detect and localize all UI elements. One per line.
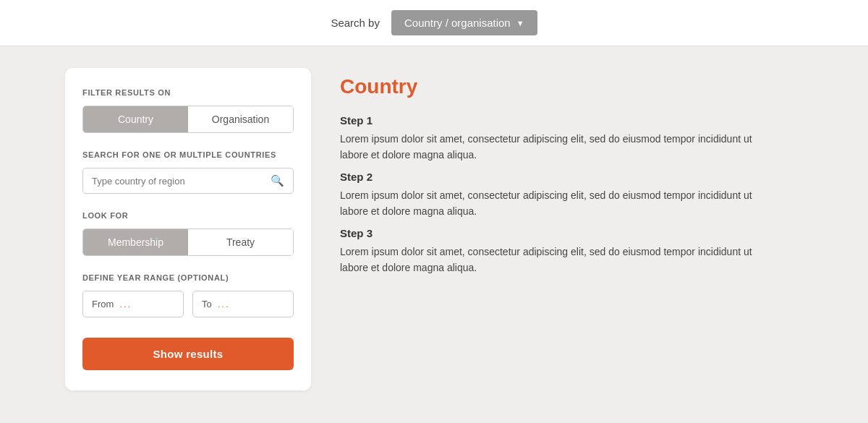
step-2-text: Lorem ipsum dolor sit amet, consectetur … (340, 187, 774, 220)
step-1-title: Step 1 (340, 114, 774, 127)
to-dots: ... (218, 299, 230, 309)
look-for-toggle: Membership Treaty (82, 228, 294, 256)
search-input[interactable] (92, 176, 265, 187)
to-input-box: To ... (192, 291, 294, 317)
look-for-section: LOOK FOR Membership Treaty (82, 211, 294, 256)
toggle-treaty-button[interactable]: Treaty (188, 229, 293, 255)
year-range-label: DEFINE YEAR RANGE (OPTIONAL) (82, 273, 294, 282)
from-dots: ... (119, 299, 132, 309)
step-3-title: Step 3 (340, 227, 774, 239)
toggle-country-button[interactable]: Country (83, 106, 188, 132)
country-search-section: SEARCH FOR ONE OR MULTIPLE COUNTRIES 🔍 (82, 150, 294, 194)
chevron-down-icon: ▼ (516, 19, 524, 27)
step-2-title: Step 2 (340, 171, 774, 183)
look-for-label: LOOK FOR (82, 211, 294, 220)
search-icon: 🔍 (271, 174, 284, 187)
filter-panel: FILTER RESULTS ON Country Organisation S… (65, 68, 311, 390)
to-label: To (202, 299, 212, 309)
topbar: Search by Country / organisation ▼ (0, 0, 868, 46)
filter-results-label: FILTER RESULTS ON (82, 88, 294, 97)
toggle-membership-button[interactable]: Membership (83, 229, 188, 255)
search-by-label: Search by (331, 17, 380, 29)
year-inputs-group: From ... To ... (82, 291, 294, 317)
dropdown-label: Country / organisation (404, 17, 511, 29)
main-layout: FILTER RESULTS ON Country Organisation S… (36, 46, 832, 412)
steps-list: Step 1Lorem ipsum dolor sit amet, consec… (340, 114, 774, 275)
filter-type-toggle: Country Organisation (82, 106, 294, 133)
toggle-organisation-button[interactable]: Organisation (188, 106, 293, 132)
content-title: Country (340, 75, 774, 98)
from-input-box: From ... (82, 291, 184, 317)
search-input-wrapper: 🔍 (82, 168, 294, 194)
step-3-text: Lorem ipsum dolor sit amet, consectetur … (340, 244, 774, 276)
year-range-section: DEFINE YEAR RANGE (OPTIONAL) From ... To… (82, 273, 294, 317)
step-1-text: Lorem ipsum dolor sit amet, consectetur … (340, 131, 774, 163)
search-countries-label: SEARCH FOR ONE OR MULTIPLE COUNTRIES (82, 150, 294, 159)
search-by-dropdown[interactable]: Country / organisation ▼ (391, 10, 537, 35)
content-panel: Country Step 1Lorem ipsum dolor sit amet… (311, 68, 803, 390)
from-label: From (92, 299, 114, 309)
show-results-button[interactable]: Show results (82, 338, 294, 370)
